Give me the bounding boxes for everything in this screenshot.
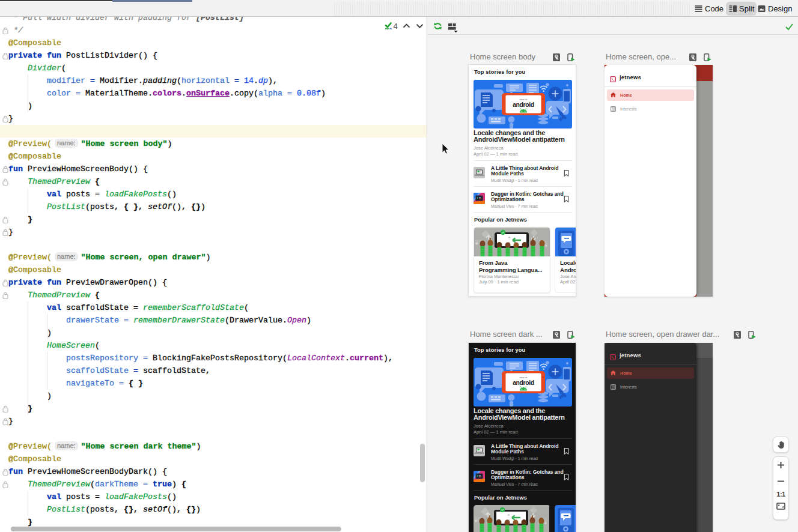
svg-text:4: 4 xyxy=(394,22,398,31)
svg-text:android: android xyxy=(513,101,534,108)
svg-text:android: android xyxy=(513,379,534,386)
